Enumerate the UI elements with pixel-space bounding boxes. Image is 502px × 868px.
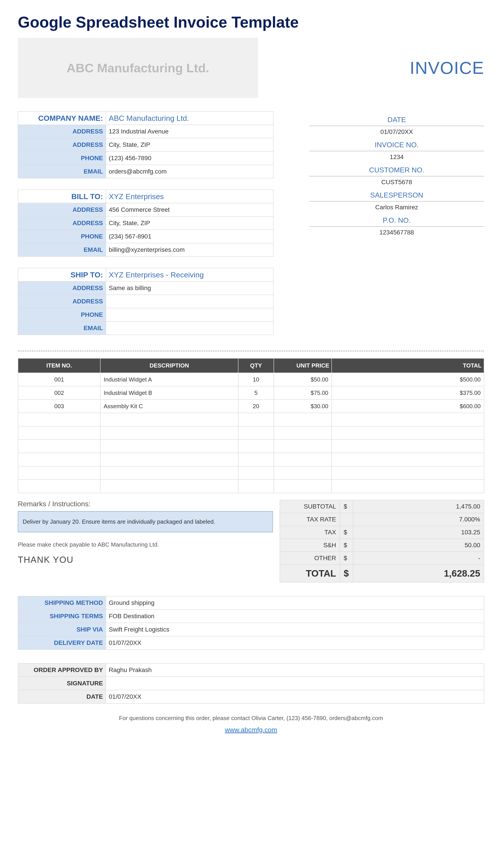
table-row: 003Assembly Kit C20$30.00$600.00 [18, 400, 484, 413]
totals-row: OTHER$- [280, 552, 484, 565]
total-sym: $ [340, 552, 353, 565]
field-label: ADDRESS [18, 125, 106, 138]
cell-price: $75.00 [274, 386, 332, 400]
field-label: DATE [18, 690, 106, 703]
field-label: PHONE [18, 152, 106, 165]
footer-link[interactable]: www.abcmfg.com [18, 726, 484, 734]
cell-qty: 10 [238, 373, 274, 386]
items-table: ITEM NO. DESCRIPTION QTY UNIT PRICE TOTA… [18, 358, 484, 493]
total-value: 1,628.25 [353, 565, 484, 582]
cell-desc [100, 440, 238, 453]
field-value [106, 308, 273, 321]
total-value: 50.00 [353, 539, 484, 552]
cell-price [274, 466, 332, 479]
cell-item [18, 426, 100, 440]
cell-qty [238, 413, 274, 426]
field-value: 456 Commerce Street [106, 203, 273, 216]
field-label: ADDRESS [18, 295, 106, 308]
cell-price: $30.00 [274, 400, 332, 413]
field-value: Ground shipping [106, 596, 484, 610]
field-label: ADDRESS [18, 281, 106, 295]
field-label: SHIPPING METHOD [18, 596, 106, 610]
field-value: City, State, ZIP [106, 138, 273, 152]
footer-text: For questions concerning this order, ple… [18, 715, 484, 722]
header-value: XYZ Enterprises - Receiving [106, 268, 273, 281]
cell-desc: Industrial Widget B [100, 386, 238, 400]
total-label: TOTAL [280, 565, 340, 582]
totals-row: TAX RATE7.000% [280, 513, 484, 526]
total-label: TAX RATE [280, 513, 340, 526]
cell-item: 001 [18, 373, 100, 386]
cell-item: 003 [18, 400, 100, 413]
meta-item: DATE01/07/20XX [309, 116, 484, 135]
field-value [106, 321, 273, 335]
table-row [18, 479, 484, 493]
field-value: (123) 456-7890 [106, 152, 273, 165]
cell-desc: Industrial Widget A [100, 373, 238, 386]
totals-row: SUBTOTAL$1,475.00 [280, 500, 484, 513]
meta-label: CUSTOMER NO. [309, 166, 484, 176]
meta-label: P.O. NO. [309, 216, 484, 227]
table-row: 001Industrial Widget A10$50.00$500.00 [18, 373, 484, 386]
field-label: SIGNATURE [18, 677, 106, 690]
field-value: 01/07/20XX [106, 690, 484, 703]
table-row [18, 440, 484, 453]
company-name-box: ABC Manufacturing Ltd. [18, 38, 258, 98]
total-label: OTHER [280, 552, 340, 565]
company-block: COMPANY NAME:ABC Manufacturing Ltd.ADDRE… [18, 111, 274, 178]
meta-label: SALESPERSON [309, 191, 484, 202]
field-label: PHONE [18, 308, 106, 321]
field-value [106, 295, 273, 308]
th-qty: QTY [238, 358, 274, 373]
field-value: City, State, ZIP [106, 216, 273, 230]
totals-table: SUBTOTAL$1,475.00TAX RATE7.000%TAX$103.2… [280, 500, 484, 582]
cell-total: $600.00 [332, 400, 484, 413]
field-value: Same as billing [106, 281, 273, 295]
meta-item: CUSTOMER NO.CUST5678 [309, 166, 484, 186]
field-value: orders@abcmfg.com [106, 165, 273, 178]
field-value: billing@xyzenterprises.com [106, 243, 273, 257]
meta-item: SALESPERSONCarlos Ramirez [309, 191, 484, 211]
field-value: (234) 567-8901 [106, 230, 273, 243]
grand-total-row: TOTAL$1,628.25 [280, 565, 484, 582]
field-value: Raghu Prakash [106, 663, 484, 677]
total-value: 7.000% [353, 513, 484, 526]
cell-item [18, 466, 100, 479]
cell-total: $375.00 [332, 386, 484, 400]
field-label: ORDER APPROVED BY [18, 663, 106, 677]
header-label: BILL TO: [18, 190, 106, 203]
cell-qty: 5 [238, 386, 274, 400]
th-item: ITEM NO. [18, 358, 100, 373]
table-row [18, 466, 484, 479]
cell-item [18, 440, 100, 453]
page-title: Google Spreadsheet Invoice Template [18, 13, 484, 31]
meta-value: CUST5678 [309, 179, 484, 186]
total-sym: $ [340, 539, 353, 552]
field-label: ADDRESS [18, 138, 106, 152]
total-value: 103.25 [353, 526, 484, 539]
cell-item [18, 479, 100, 493]
cell-desc [100, 479, 238, 493]
field-label: SHIPPING TERMS [18, 610, 106, 623]
header-label: COMPANY NAME: [18, 112, 106, 125]
meta-value: 01/07/20XX [309, 128, 484, 135]
cell-qty [238, 440, 274, 453]
field-label: EMAIL [18, 321, 106, 335]
total-label: SUBTOTAL [280, 500, 340, 513]
cell-total [332, 453, 484, 466]
cell-price [274, 440, 332, 453]
field-value: FOB Destination [106, 610, 484, 623]
cell-price [274, 413, 332, 426]
total-sym: $ [340, 565, 353, 582]
field-label: PHONE [18, 230, 106, 243]
billto-block: BILL TO:XYZ EnterprisesADDRESS456 Commer… [18, 189, 274, 257]
th-total: TOTAL [332, 358, 484, 373]
cell-qty [238, 453, 274, 466]
cell-total [332, 466, 484, 479]
field-label: EMAIL [18, 165, 106, 178]
cell-desc: Assembly Kit C [100, 400, 238, 413]
field-value: Swift Freight Logistics [106, 623, 484, 636]
payable-text: Please make check payable to ABC Manufac… [18, 541, 273, 548]
cell-qty [238, 426, 274, 440]
cell-total: $500.00 [332, 373, 484, 386]
